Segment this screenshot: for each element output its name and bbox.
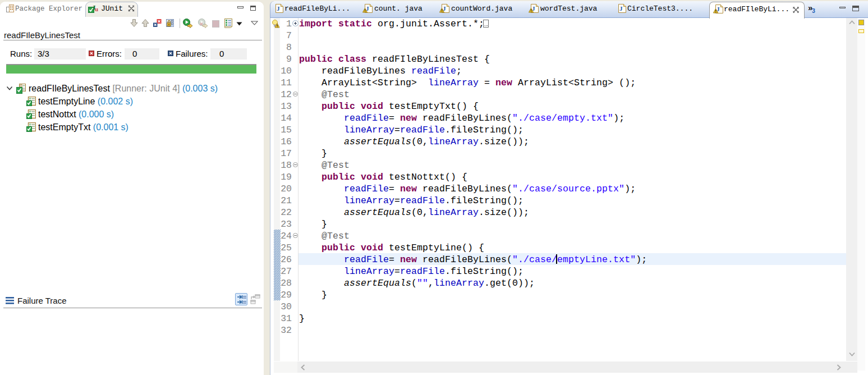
svg-text:u: u	[95, 6, 98, 12]
